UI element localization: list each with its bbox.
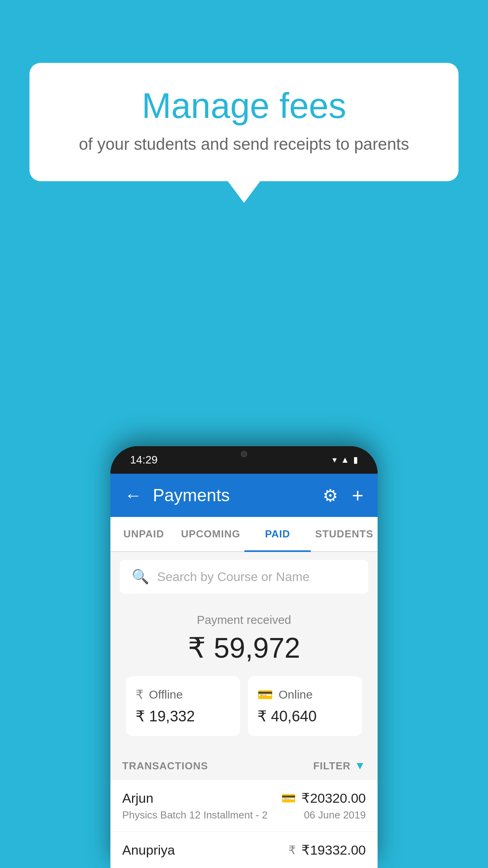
speech-bubble-section: Manage fees of your students and send re… xyxy=(29,63,459,181)
transactions-list: Arjun 💳 ₹20320.00 Physics Batch 12 Insta… xyxy=(110,780,378,868)
transaction-date: 06 June 2019 xyxy=(304,809,366,821)
search-box[interactable]: 🔍 Search by Course or Name xyxy=(120,560,368,594)
signal-icon: ▲ xyxy=(341,455,349,465)
transactions-label: TRANSACTIONS xyxy=(122,760,208,772)
tabs-bar: UNPAID UPCOMING PAID STUDENTS xyxy=(110,517,378,552)
back-button[interactable]: ← xyxy=(125,487,142,504)
search-container: 🔍 Search by Course or Name xyxy=(110,552,378,601)
camera xyxy=(241,451,247,457)
online-card-header: 💳 Online xyxy=(257,687,352,702)
transaction-amount: ₹20320.00 xyxy=(301,790,366,806)
transaction-top: Anupriya ₹ ₹19332.00 xyxy=(122,842,366,858)
transaction-amount: ₹19332.00 xyxy=(301,842,366,858)
offline-card: ₹ Offline ₹ 19,332 xyxy=(126,676,240,736)
tab-paid[interactable]: PAID xyxy=(244,517,311,551)
offline-card-header: ₹ Offline xyxy=(136,687,231,702)
payment-cards: ₹ Offline ₹ 19,332 💳 Online ₹ 40,640 xyxy=(126,676,362,736)
filter-icon: ▼ xyxy=(354,760,366,772)
battery-icon: ▮ xyxy=(353,455,358,465)
payment-total-amount: ₹ 59,972 xyxy=(126,631,362,664)
transaction-name: Arjun xyxy=(122,791,153,806)
status-time: 14:29 xyxy=(130,454,158,466)
transaction-top: Arjun 💳 ₹20320.00 xyxy=(122,790,366,806)
online-amount: ₹ 40,640 xyxy=(257,708,352,725)
add-button[interactable]: + xyxy=(352,484,363,507)
search-icon: 🔍 xyxy=(132,568,149,585)
transaction-amount-row: ₹ ₹19332.00 xyxy=(288,842,366,858)
manage-fees-subtitle: of your students and send receipts to pa… xyxy=(61,135,427,154)
manage-fees-title: Manage fees xyxy=(61,86,427,125)
tab-students[interactable]: STUDENTS xyxy=(311,517,378,551)
offline-label: Offline xyxy=(149,688,183,701)
transaction-name: Anupriya xyxy=(122,842,175,858)
online-icon: 💳 xyxy=(257,687,273,702)
online-card: 💳 Online ₹ 40,640 xyxy=(248,676,362,736)
table-row[interactable]: Arjun 💳 ₹20320.00 Physics Batch 12 Insta… xyxy=(110,780,378,832)
app-header: ← Payments ⚙ + xyxy=(110,474,378,517)
transaction-amount-row: 💳 ₹20320.00 xyxy=(281,790,366,806)
status-bar: 14:29 ▾ ▲ ▮ xyxy=(110,446,378,474)
payment-summary: Payment received ₹ 59,972 ₹ Offline ₹ 19… xyxy=(110,601,378,752)
status-icons: ▾ ▲ ▮ xyxy=(332,455,358,465)
phone-notch xyxy=(228,446,260,462)
table-row[interactable]: Anupriya ₹ ₹19332.00 xyxy=(110,832,378,868)
transaction-course: Physics Batch 12 Installment - 2 xyxy=(122,809,268,821)
payment-received-label: Payment received xyxy=(126,613,362,627)
search-input[interactable]: Search by Course or Name xyxy=(157,570,310,584)
cash-icon: ₹ xyxy=(288,843,296,857)
online-label: Online xyxy=(279,688,313,701)
transactions-header: TRANSACTIONS FILTER ▼ xyxy=(110,752,378,780)
filter-button[interactable]: FILTER ▼ xyxy=(313,760,366,772)
tab-upcoming[interactable]: UPCOMING xyxy=(177,517,244,551)
card-icon: 💳 xyxy=(281,791,296,805)
settings-icon[interactable]: ⚙ xyxy=(323,485,338,506)
speech-bubble: Manage fees of your students and send re… xyxy=(29,63,459,181)
offline-amount: ₹ 19,332 xyxy=(136,708,231,725)
header-right: ⚙ + xyxy=(323,484,363,507)
transaction-details: Physics Batch 12 Installment - 2 06 June… xyxy=(122,809,366,821)
tab-unpaid[interactable]: UNPAID xyxy=(110,517,177,551)
page-title: Payments xyxy=(153,485,230,505)
offline-icon: ₹ xyxy=(136,687,143,702)
phone-frame: 14:29 ▾ ▲ ▮ ← Payments ⚙ + UNPAID UPCOMI… xyxy=(110,446,378,868)
filter-label: FILTER xyxy=(313,760,350,772)
wifi-icon: ▾ xyxy=(332,455,337,465)
header-left: ← Payments xyxy=(125,485,230,505)
